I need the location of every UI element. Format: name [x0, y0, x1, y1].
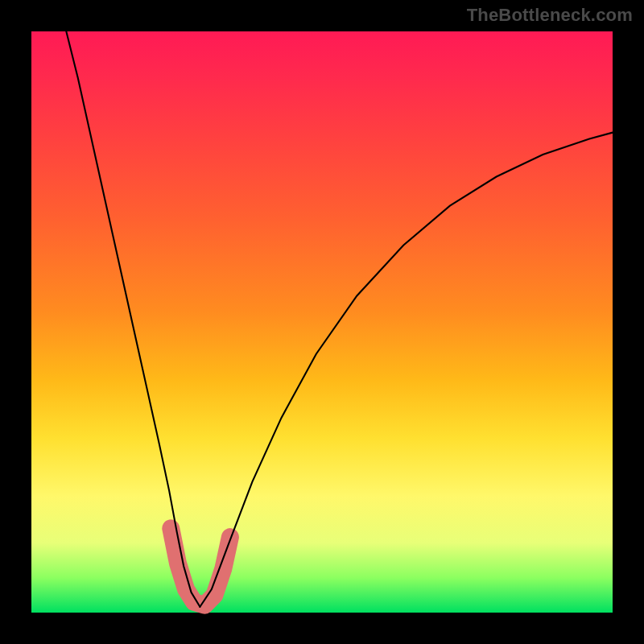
right-branch-path: [200, 133, 613, 607]
curve-layer: [31, 31, 613, 613]
plot-area: [31, 31, 613, 613]
trough-highlight-path: [171, 528, 230, 605]
left-branch-path: [66, 31, 200, 607]
outer-frame: TheBottleneck.com: [0, 0, 644, 644]
watermark-text: TheBottleneck.com: [467, 5, 633, 26]
